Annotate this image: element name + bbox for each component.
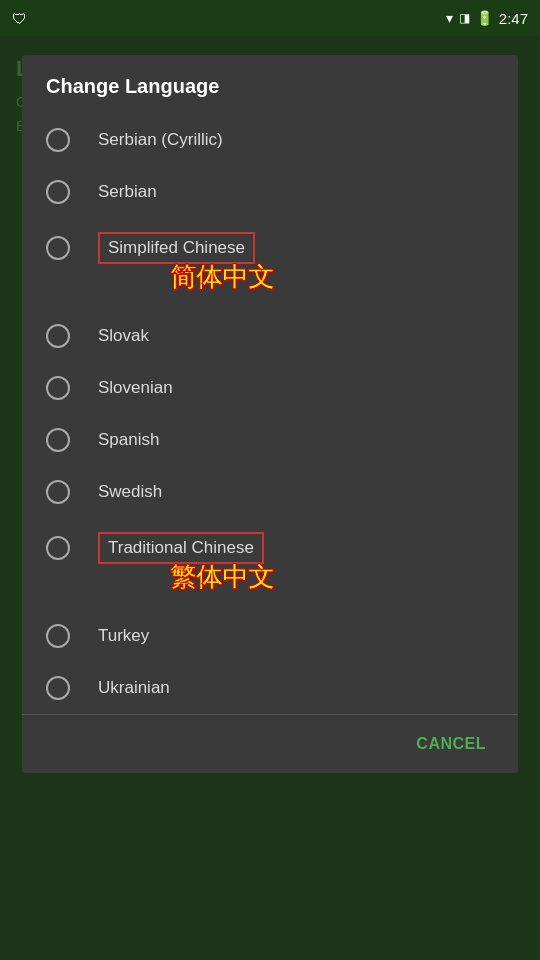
list-item[interactable]: Slovak	[22, 310, 518, 362]
radio-slovak[interactable]	[46, 324, 70, 348]
radio-ukrainian[interactable]	[46, 676, 70, 700]
traditional-annotation-row: 繁体中文	[22, 568, 518, 610]
battery-icon: 🔋	[476, 10, 493, 26]
change-language-dialog: Change Language Serbian (Cyrillic) Serbi…	[22, 55, 518, 773]
radio-traditional-chinese[interactable]	[46, 536, 70, 560]
radio-simplified-chinese[interactable]	[46, 236, 70, 260]
language-label: Slovenian	[98, 378, 173, 398]
list-item[interactable]: Slovenian	[22, 362, 518, 414]
status-bar: 🛡 ▾ ◨ 🔋 2:47	[0, 0, 540, 36]
list-item[interactable]: Spanish	[22, 414, 518, 466]
radio-serbian[interactable]	[46, 180, 70, 204]
wifi-icon: ▾	[446, 10, 453, 26]
radio-turkey[interactable]	[46, 624, 70, 648]
list-item[interactable]: Serbian	[22, 166, 518, 218]
app-icon: 🛡	[12, 10, 27, 27]
language-label: Turkey	[98, 626, 149, 646]
list-item[interactable]: Swedish	[22, 466, 518, 518]
dialog-title: Change Language	[22, 55, 518, 114]
signal-icon: ◨	[459, 11, 470, 25]
simplified-annotation-row: 简体中文	[22, 268, 518, 310]
radio-spanish[interactable]	[46, 428, 70, 452]
dialog-footer: CANCEL	[22, 714, 518, 773]
list-item[interactable]: Serbian (Cyrillic)	[22, 114, 518, 166]
cancel-button[interactable]: CANCEL	[404, 727, 498, 761]
traditional-chinese-annotation: 繁体中文	[170, 560, 274, 595]
language-label: Swedish	[98, 482, 162, 502]
status-time: 2:47	[499, 10, 528, 27]
list-item[interactable]: Turkey	[22, 610, 518, 662]
radio-swedish[interactable]	[46, 480, 70, 504]
radio-serbian-cyrillic[interactable]	[46, 128, 70, 152]
simplified-chinese-annotation: 简体中文	[170, 260, 274, 295]
language-label: Ukrainian	[98, 678, 170, 698]
radio-slovenian[interactable]	[46, 376, 70, 400]
list-item[interactable]: Ukrainian	[22, 662, 518, 714]
language-label: Serbian (Cyrillic)	[98, 130, 223, 150]
language-label: Serbian	[98, 182, 157, 202]
language-label: Spanish	[98, 430, 159, 450]
language-list: Serbian (Cyrillic) Serbian Simplifed Chi…	[22, 114, 518, 714]
language-label: Slovak	[98, 326, 149, 346]
